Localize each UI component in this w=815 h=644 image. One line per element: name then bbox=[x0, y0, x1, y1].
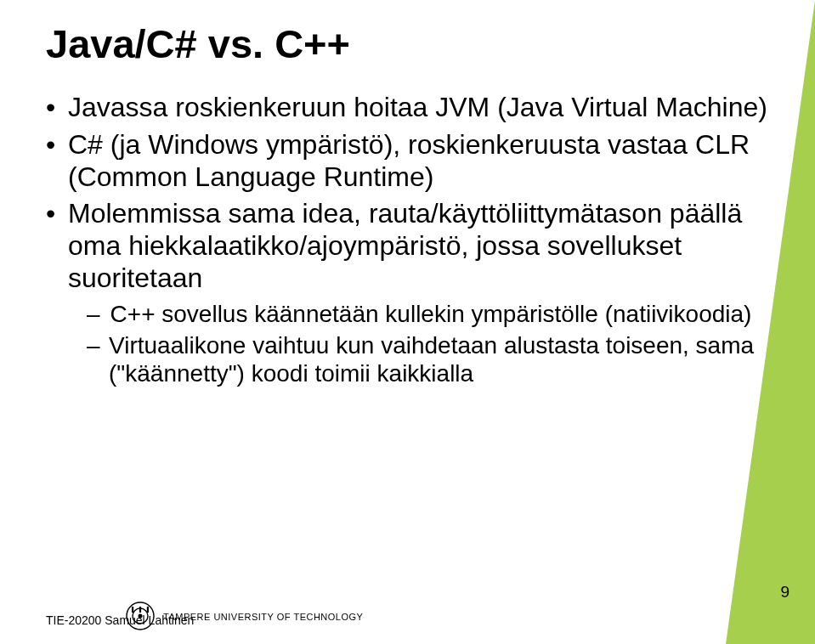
bullet-text: Virtuaalikone vaihtuu kun vaihdetaan alu… bbox=[109, 331, 773, 387]
bullet-item: • C# (ja Windows ympäristö), roskienkeru… bbox=[46, 129, 773, 194]
bullet-marker: • bbox=[46, 129, 56, 161]
university-name: TAMPERE UNIVERSITY OF TECHNOLOGY bbox=[163, 613, 363, 623]
bullet-text: C# (ja Windows ympäristö), roskienkeruus… bbox=[68, 129, 773, 194]
slide-footer: TIE-20200 Samuel Lahtinen TAMPERE UNIVER… bbox=[0, 585, 815, 644]
sub-bullet-item: – C++ sovellus käännetään kullekin ympär… bbox=[87, 300, 773, 328]
slide: Java/C# vs. C++ • Javassa roskienkeruun … bbox=[0, 0, 815, 644]
bullet-marker: – bbox=[87, 300, 100, 328]
bullet-item: • Molemmissa sama idea, rauta/käyttöliit… bbox=[46, 198, 773, 294]
svg-rect-4 bbox=[132, 607, 133, 613]
slide-content: • Javassa roskienkeruun hoitaa JVM (Java… bbox=[46, 92, 773, 391]
bullet-marker: – bbox=[87, 331, 99, 359]
bullet-text: Molemmissa sama idea, rauta/käyttöliitty… bbox=[68, 198, 773, 294]
slide-title: Java/C# vs. C++ bbox=[46, 20, 350, 67]
sub-bullet-item: – Virtuaalikone vaihtuu kun vaihdetaan a… bbox=[87, 331, 773, 387]
bullet-marker: • bbox=[46, 92, 56, 124]
university-logo: TAMPERE UNIVERSITY OF TECHNOLOGY bbox=[126, 602, 363, 634]
bullet-item: • Javassa roskienkeruun hoitaa JVM (Java… bbox=[46, 92, 773, 124]
svg-rect-6 bbox=[147, 607, 149, 613]
svg-point-3 bbox=[139, 614, 143, 619]
bullet-marker: • bbox=[46, 198, 56, 230]
svg-rect-5 bbox=[139, 607, 141, 613]
bullet-text: Javassa roskienkeruun hoitaa JVM (Java V… bbox=[68, 92, 767, 124]
bullet-text: C++ sovellus käännetään kullekin ympäris… bbox=[110, 300, 752, 328]
logo-mark-icon bbox=[126, 602, 155, 634]
page-number: 9 bbox=[780, 583, 790, 602]
